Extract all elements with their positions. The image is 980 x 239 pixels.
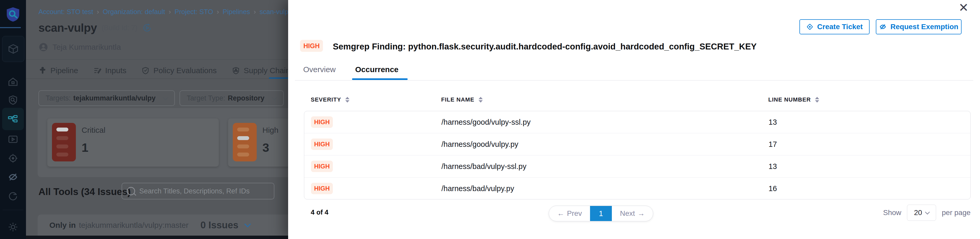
file-name-cell: /harness/good/vulpy.py	[441, 140, 518, 149]
only-in-target: tejakummarikuntla/vulpy:master	[79, 221, 189, 229]
severity-card-count: 3	[262, 140, 269, 155]
pipeline-icon	[38, 66, 47, 75]
tab-inputs[interactable]: Inputs	[93, 66, 127, 75]
only-in-label: Only in	[49, 221, 76, 229]
target-type-filter-dropdown[interactable]: Target Type: Repository	[180, 90, 284, 106]
severity-card-count: 1	[81, 140, 88, 155]
page-size-control: Show 20 per page	[883, 205, 970, 221]
tab-overview[interactable]: Overview	[303, 65, 336, 74]
next-page-button[interactable]: Next →	[612, 206, 653, 221]
search-input[interactable]	[139, 187, 254, 196]
line-number-cell: 13	[768, 162, 777, 171]
per-page-label: per page	[942, 209, 970, 217]
chevron-down-icon	[925, 210, 930, 214]
table-row[interactable]: HIGH /harness/bad/vulpy.py 16	[304, 178, 970, 199]
column-label: FILE NAME	[441, 96, 474, 103]
severity-badge: HIGH	[311, 183, 333, 194]
column-label: SEVERITY	[311, 96, 341, 103]
only-in-row[interactable]: Only in tejakummarikuntla/vulpy:master 0…	[49, 220, 250, 231]
page-header: scan-vulpy (Build Id: 7)	[38, 21, 152, 34]
sidebar-item-exemptions[interactable]	[0, 169, 26, 185]
prev-page-button[interactable]: ← Prev	[549, 206, 590, 221]
sidebar-item-monitored-services[interactable]	[0, 188, 26, 205]
table-row[interactable]: HIGH /harness/good/vulpy.py 17	[304, 133, 970, 156]
sidebar-item-pipelines[interactable]	[0, 111, 26, 127]
harness-sto-logo-icon[interactable]	[6, 7, 20, 22]
column-header-line-number[interactable]: LINE NUMBER	[768, 96, 819, 103]
shield-check-icon	[142, 66, 150, 75]
create-ticket-button[interactable]: Create Ticket	[799, 19, 870, 34]
user-avatar-icon	[38, 42, 48, 52]
column-header-severity[interactable]: SEVERITY	[311, 96, 350, 103]
tab-policy-evaluations[interactable]: Policy Evaluations	[142, 66, 216, 75]
pagination-summary: 4 of 4	[311, 208, 328, 217]
severity-card-label: Critical	[81, 126, 105, 135]
current-page-button[interactable]: 1	[590, 206, 612, 221]
file-name-cell: /harness/bad/vulpy-ssl.py	[441, 162, 527, 171]
breadcrumb-current[interactable]: scan-vulpy	[259, 8, 292, 16]
breadcrumb-link-pipelines[interactable]: Pipelines	[223, 8, 250, 16]
show-label: Show	[883, 209, 901, 217]
critical-severity-icon	[52, 123, 76, 161]
all-tools-heading: All Tools (34 Issues)	[38, 186, 131, 197]
shield-scan-icon	[8, 95, 18, 106]
filter-label: Targets:	[46, 94, 71, 102]
sidebar-item-executions[interactable]	[0, 131, 26, 148]
column-header-file-name[interactable]: FILE NAME	[441, 96, 483, 103]
page-size-value: 20	[914, 209, 922, 217]
file-name-cell: /harness/bad/vulpy.py	[441, 184, 514, 193]
nav-divider	[0, 27, 21, 28]
sidebar-item-overview[interactable]	[0, 91, 26, 108]
sidebar-item-home[interactable]	[0, 74, 26, 90]
targets-filter-dropdown[interactable]: Targets: tejakummarikuntla/vulpy	[38, 90, 175, 106]
breadcrumb-link-account[interactable]: Account: STO test	[38, 8, 93, 16]
button-label: Prev	[567, 209, 582, 218]
severity-badge: HIGH	[311, 160, 333, 172]
sort-icon[interactable]	[479, 97, 483, 103]
chevron-down-icon[interactable]	[244, 221, 251, 227]
sidebar-item-targets[interactable]	[0, 150, 26, 167]
breadcrumb-separator: ›	[93, 8, 103, 16]
inputs-icon	[93, 66, 102, 75]
ticket-diamond-icon	[806, 23, 813, 30]
request-exemption-button[interactable]: Request Exemption	[876, 19, 962, 34]
button-label: Create Ticket	[817, 22, 862, 31]
triggered-by: Teja Kummarikuntla	[38, 42, 121, 52]
table-row[interactable]: HIGH /harness/good/vulpy-ssl.py 13	[304, 111, 970, 133]
target-icon	[8, 153, 18, 164]
rerun-build-icon[interactable]	[142, 23, 152, 33]
high-severity-icon	[233, 123, 257, 161]
breadcrumb-separator: ›	[213, 8, 223, 16]
table-row[interactable]: HIGH /harness/bad/vulpy-ssl.py 13	[304, 156, 970, 178]
sort-icon[interactable]	[345, 97, 350, 103]
harness-sto-app: Account: STO test › Organization: defaul…	[0, 0, 980, 239]
tab-occurrence[interactable]: Occurrence	[355, 65, 399, 74]
issues-search[interactable]	[122, 183, 274, 199]
sidebar-item-settings[interactable]	[0, 219, 26, 235]
module-selector-button[interactable]	[2, 36, 24, 62]
breadcrumb-link-organization[interactable]: Organization: default	[103, 8, 165, 16]
breadcrumb: Account: STO test › Organization: defaul…	[38, 8, 292, 16]
page-size-select[interactable]: 20	[907, 205, 936, 221]
breadcrumb-link-project[interactable]: Project: STO	[175, 8, 213, 16]
chevron-down-icon	[162, 95, 169, 101]
sort-icon[interactable]	[815, 97, 819, 103]
triggered-by-user: Teja Kummarikuntla	[52, 43, 121, 51]
severity-badge: HIGH	[311, 116, 333, 128]
breadcrumb-separator: ›	[250, 8, 259, 16]
tab-pipeline[interactable]: Pipeline	[38, 66, 78, 75]
eye-off-icon	[8, 172, 18, 183]
eye-off-icon	[879, 23, 887, 31]
gauge-icon	[8, 191, 18, 202]
line-number-cell: 16	[768, 184, 777, 193]
breadcrumb-separator: ›	[165, 8, 175, 16]
close-icon[interactable]: ✕	[958, 0, 969, 14]
tabbar-border	[295, 80, 973, 80]
file-name-cell: /harness/good/vulpy-ssl.py	[441, 118, 531, 127]
tab-supply-chain[interactable]: Supply Chain	[232, 66, 290, 75]
critical-severity-card[interactable]: Critical 1	[47, 119, 219, 167]
build-id-label: (Build Id: 7)	[102, 24, 137, 32]
issues-count: 0 Issues	[200, 220, 239, 231]
module-cube-icon	[8, 43, 19, 55]
arrow-left-icon: ←	[557, 209, 564, 218]
